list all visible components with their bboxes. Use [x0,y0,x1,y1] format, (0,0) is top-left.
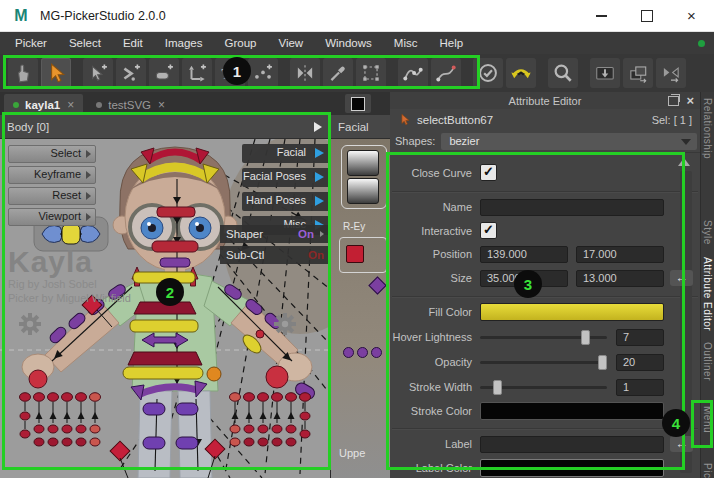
hover-lightness-slider[interactable] [480,336,607,339]
canvas-color-button[interactable] [345,94,371,113]
menu-images[interactable]: Images [154,37,214,49]
marquee-select-tool[interactable] [356,58,386,88]
facial-picker-canvas[interactable]: R-Ey Uppe [330,139,390,478]
eyedropper-tool[interactable] [323,58,353,88]
hover-lightness-value[interactable]: 7 [616,329,664,346]
tab-menu[interactable]: Menu [702,406,713,433]
slider-handle[interactable] [598,355,607,370]
label-reset-button[interactable]: ← [670,436,693,452]
tab-picker[interactable]: Pic [702,463,713,478]
close-curve-checkbox[interactable]: ✓ [480,164,497,181]
tab-label: kayla1 [25,99,60,111]
tab-style[interactable]: Style [702,220,713,245]
curve-icon [402,62,424,84]
facial-gradient-button[interactable] [347,150,379,176]
position-x-input[interactable]: 139.000 [480,246,568,263]
add-dots-button-tool[interactable] [248,58,278,88]
undock-icon[interactable] [668,96,679,106]
facial-poses-button[interactable]: Facial Poses [242,168,330,187]
label-color-swatch[interactable] [480,459,664,477]
section-divider [392,428,698,430]
keyframe-menu-button[interactable]: Keyframe [8,166,96,184]
shapes-dropdown[interactable]: bezier [441,133,697,150]
eye-control-button[interactable] [346,245,364,263]
facial-diamond-button[interactable] [368,276,386,294]
tab-close-icon[interactable]: × [158,98,165,112]
position-y-input[interactable]: 17.000 [576,246,664,263]
reset-menu-button[interactable]: Reset [8,187,96,205]
duplicate-panel-button[interactable] [623,58,653,88]
menu-picker[interactable]: Picker [4,37,58,49]
add-select-button-tool[interactable] [83,58,113,88]
facial-dot-button[interactable] [357,347,368,358]
add-slider-button-tool[interactable] [149,58,179,88]
apply-check-button[interactable] [473,58,503,88]
command-stack-left: Select Keyframe Reset Viewport [8,145,96,229]
watermark-credit2: Picker by Miguel Winfield [8,291,131,305]
size-reset-button[interactable]: ← [670,270,693,286]
search-button[interactable] [548,58,578,88]
opacity-slider[interactable] [480,361,607,364]
window-title: MG-PickerStudio 2.0.0 [40,9,166,23]
hand-tool-button[interactable] [8,58,38,88]
label-input[interactable] [480,436,664,453]
facial-dot-button[interactable] [343,347,354,358]
facial-subpicker-button[interactable]: Facial [242,144,330,163]
shaper-toggle[interactable]: Shaper On [220,225,330,243]
caret-icon [320,231,324,237]
menu-group[interactable]: Group [213,37,267,49]
tab-close-icon[interactable]: × [67,98,74,112]
toolbar: T [0,54,714,92]
select-menu-button[interactable]: Select [8,145,96,163]
facial-eye-box [339,237,387,273]
minimize-button[interactable] [579,1,624,31]
menu-view[interactable]: View [267,37,314,49]
viewport-menu-button[interactable]: Viewport [8,208,96,226]
bezier-curve-tool[interactable] [431,58,461,88]
add-move-handle-tool[interactable] [182,58,212,88]
maximize-icon [641,10,653,22]
interactive-checkbox[interactable]: ✓ [480,222,497,239]
stroke-color-swatch[interactable] [480,402,664,420]
body-picker-canvas[interactable]: Select Keyframe Reset Viewport Facial Fa… [0,139,330,478]
add-select-icon [87,62,109,84]
maximize-button[interactable] [624,1,669,31]
stroke-width-value[interactable]: 1 [616,379,664,396]
r-eye-label: R-Ey [343,221,365,232]
menu-edit[interactable]: Edit [112,37,154,49]
facial-panel-header[interactable]: Facial [330,115,390,139]
size-height-input[interactable]: 13.000 [576,270,664,287]
label-row: Label ← [390,435,700,453]
stroke-width-slider[interactable] [480,386,607,389]
menu-windows[interactable]: Windows [314,37,383,49]
menu-misc[interactable]: Misc [383,37,429,49]
tab-outliner[interactable]: Outliner [702,342,713,381]
tab-kayla1[interactable]: kayla1 × [4,94,83,115]
select-tool-button[interactable] [41,58,71,88]
slider-handle[interactable] [581,330,590,345]
body-panel-header[interactable]: Body [0] [0,115,330,139]
add-command-button-tool[interactable] [116,58,146,88]
tab-relationship[interactable]: Relationship [702,98,713,159]
tab-testsvg[interactable]: testSVG × [87,94,174,115]
swap-arrows-button[interactable] [506,58,536,88]
panel-close-icon[interactable]: × [686,95,694,106]
curve-tool[interactable] [398,58,428,88]
expand-play-icon[interactable] [314,122,322,132]
hand-poses-button[interactable]: Hand Poses [242,192,330,211]
fill-color-swatch[interactable] [480,303,664,321]
facial-dot-button[interactable] [371,347,382,358]
tab-attribute-editor[interactable]: Attribute Editor [702,257,713,331]
opacity-value[interactable]: 20 [616,354,664,371]
name-input[interactable] [480,199,664,216]
color-swatch-icon [351,97,365,111]
subctl-toggle[interactable]: Sub-Ctl On [220,246,330,264]
facial-gradient-button[interactable] [347,178,379,204]
import-image-button[interactable] [590,58,620,88]
menu-select[interactable]: Select [58,37,112,49]
close-button[interactable]: × [669,1,714,31]
slider-handle[interactable] [493,380,502,395]
menu-help[interactable]: Help [428,37,474,49]
mirror-copy-button[interactable] [656,58,686,88]
mirror-horizontal-tool[interactable] [290,58,320,88]
